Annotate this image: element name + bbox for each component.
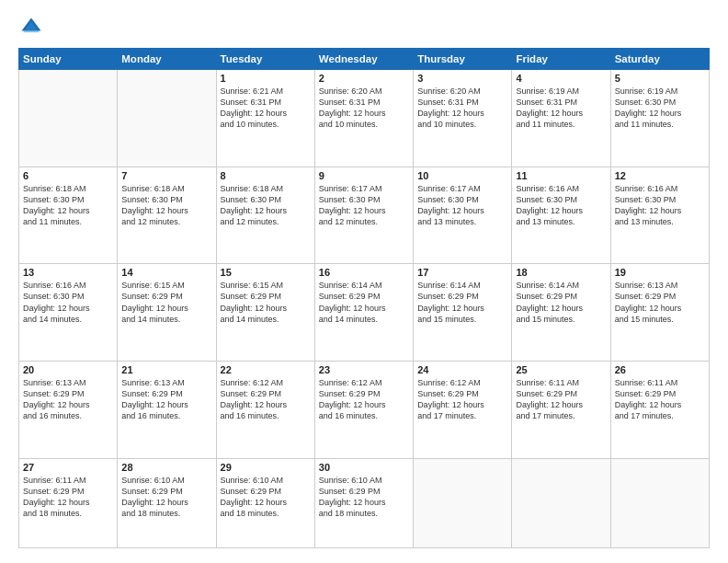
day-info: Sunrise: 6:18 AM Sunset: 6:30 PM Dayligh… — [121, 183, 211, 228]
day-info: Sunrise: 6:13 AM Sunset: 6:29 PM Dayligh… — [121, 377, 211, 422]
day-number: 19 — [615, 267, 705, 278]
calendar-cell — [610, 458, 709, 548]
calendar-cell: 22Sunrise: 6:12 AM Sunset: 6:29 PM Dayli… — [216, 361, 314, 458]
weekday-header-saturday: Saturday — [610, 49, 709, 70]
weekday-header-row: SundayMondayTuesdayWednesdayThursdayFrid… — [19, 49, 710, 70]
day-info: Sunrise: 6:13 AM Sunset: 6:29 PM Dayligh… — [615, 280, 705, 325]
calendar-cell: 9Sunrise: 6:17 AM Sunset: 6:30 PM Daylig… — [314, 167, 413, 264]
day-number: 10 — [417, 170, 507, 181]
day-info: Sunrise: 6:15 AM Sunset: 6:29 PM Dayligh… — [121, 280, 211, 325]
day-info: Sunrise: 6:17 AM Sunset: 6:30 PM Dayligh… — [319, 183, 409, 228]
day-number: 7 — [121, 170, 211, 181]
day-number: 23 — [319, 364, 409, 375]
weekday-header-tuesday: Tuesday — [216, 49, 314, 70]
calendar-cell: 20Sunrise: 6:13 AM Sunset: 6:29 PM Dayli… — [19, 361, 118, 458]
calendar-cell — [512, 458, 610, 548]
calendar-cell: 13Sunrise: 6:16 AM Sunset: 6:30 PM Dayli… — [19, 264, 118, 362]
day-info: Sunrise: 6:13 AM Sunset: 6:29 PM Dayligh… — [23, 377, 113, 422]
calendar-cell: 30Sunrise: 6:10 AM Sunset: 6:29 PM Dayli… — [314, 458, 413, 548]
weekday-header-thursday: Thursday — [414, 49, 512, 70]
day-number: 9 — [319, 170, 409, 181]
header — [18, 15, 710, 40]
day-number: 18 — [516, 267, 606, 278]
weekday-header-friday: Friday — [512, 49, 610, 70]
day-number: 22 — [221, 364, 311, 375]
calendar-cell: 18Sunrise: 6:14 AM Sunset: 6:29 PM Dayli… — [512, 264, 610, 362]
day-info: Sunrise: 6:17 AM Sunset: 6:30 PM Dayligh… — [417, 183, 507, 228]
day-number: 5 — [615, 73, 705, 84]
calendar-cell: 5Sunrise: 6:19 AM Sunset: 6:30 PM Daylig… — [610, 70, 709, 167]
day-info: Sunrise: 6:11 AM Sunset: 6:29 PM Dayligh… — [23, 475, 113, 520]
week-row-3: 13Sunrise: 6:16 AM Sunset: 6:30 PM Dayli… — [19, 264, 710, 362]
week-row-5: 27Sunrise: 6:11 AM Sunset: 6:29 PM Dayli… — [19, 458, 710, 548]
week-row-1: 1Sunrise: 6:21 AM Sunset: 6:31 PM Daylig… — [19, 70, 710, 167]
logo — [18, 15, 48, 40]
day-info: Sunrise: 6:20 AM Sunset: 6:31 PM Dayligh… — [319, 86, 409, 131]
calendar-cell: 21Sunrise: 6:13 AM Sunset: 6:29 PM Dayli… — [118, 361, 216, 458]
day-info: Sunrise: 6:20 AM Sunset: 6:31 PM Dayligh… — [417, 86, 507, 131]
day-info: Sunrise: 6:16 AM Sunset: 6:30 PM Dayligh… — [516, 183, 606, 228]
calendar-cell: 23Sunrise: 6:12 AM Sunset: 6:29 PM Dayli… — [314, 361, 413, 458]
calendar-cell: 6Sunrise: 6:18 AM Sunset: 6:30 PM Daylig… — [19, 167, 118, 264]
day-info: Sunrise: 6:12 AM Sunset: 6:29 PM Dayligh… — [221, 377, 311, 422]
weekday-header-sunday: Sunday — [19, 49, 118, 70]
calendar-cell: 1Sunrise: 6:21 AM Sunset: 6:31 PM Daylig… — [216, 70, 314, 167]
day-number: 6 — [23, 170, 113, 181]
day-number: 11 — [516, 170, 606, 181]
calendar-cell: 17Sunrise: 6:14 AM Sunset: 6:29 PM Dayli… — [414, 264, 512, 362]
week-row-4: 20Sunrise: 6:13 AM Sunset: 6:29 PM Dayli… — [19, 361, 710, 458]
day-info: Sunrise: 6:10 AM Sunset: 6:29 PM Dayligh… — [221, 475, 311, 520]
day-info: Sunrise: 6:19 AM Sunset: 6:30 PM Dayligh… — [615, 86, 705, 131]
calendar-cell — [414, 458, 512, 548]
calendar-cell: 19Sunrise: 6:13 AM Sunset: 6:29 PM Dayli… — [610, 264, 709, 362]
day-info: Sunrise: 6:10 AM Sunset: 6:29 PM Dayligh… — [319, 475, 409, 520]
calendar-cell: 16Sunrise: 6:14 AM Sunset: 6:29 PM Dayli… — [314, 264, 413, 362]
calendar-cell: 4Sunrise: 6:19 AM Sunset: 6:31 PM Daylig… — [512, 70, 610, 167]
weekday-header-monday: Monday — [118, 49, 216, 70]
weekday-header-wednesday: Wednesday — [314, 49, 413, 70]
day-info: Sunrise: 6:10 AM Sunset: 6:29 PM Dayligh… — [121, 475, 211, 520]
calendar-cell: 29Sunrise: 6:10 AM Sunset: 6:29 PM Dayli… — [216, 458, 314, 548]
day-info: Sunrise: 6:14 AM Sunset: 6:29 PM Dayligh… — [319, 280, 409, 325]
day-info: Sunrise: 6:11 AM Sunset: 6:29 PM Dayligh… — [615, 377, 705, 422]
calendar-cell — [118, 70, 216, 167]
calendar-cell: 26Sunrise: 6:11 AM Sunset: 6:29 PM Dayli… — [610, 361, 709, 458]
day-number: 17 — [417, 267, 507, 278]
day-info: Sunrise: 6:16 AM Sunset: 6:30 PM Dayligh… — [23, 280, 113, 325]
day-number: 4 — [516, 73, 606, 84]
day-number: 20 — [23, 364, 113, 375]
day-info: Sunrise: 6:16 AM Sunset: 6:30 PM Dayligh… — [615, 183, 705, 228]
week-row-2: 6Sunrise: 6:18 AM Sunset: 6:30 PM Daylig… — [19, 167, 710, 264]
calendar-cell: 24Sunrise: 6:12 AM Sunset: 6:29 PM Dayli… — [414, 361, 512, 458]
day-number: 29 — [221, 462, 311, 473]
day-info: Sunrise: 6:14 AM Sunset: 6:29 PM Dayligh… — [417, 280, 507, 325]
day-number: 30 — [319, 462, 409, 473]
day-number: 2 — [319, 73, 409, 84]
day-number: 25 — [516, 364, 606, 375]
calendar-cell: 2Sunrise: 6:20 AM Sunset: 6:31 PM Daylig… — [314, 70, 413, 167]
logo-icon — [18, 15, 44, 40]
calendar-cell — [19, 70, 118, 167]
calendar-cell: 11Sunrise: 6:16 AM Sunset: 6:30 PM Dayli… — [512, 167, 610, 264]
calendar-cell: 3Sunrise: 6:20 AM Sunset: 6:31 PM Daylig… — [414, 70, 512, 167]
day-number: 15 — [221, 267, 311, 278]
calendar-cell: 10Sunrise: 6:17 AM Sunset: 6:30 PM Dayli… — [414, 167, 512, 264]
day-number: 8 — [221, 170, 311, 181]
day-info: Sunrise: 6:15 AM Sunset: 6:29 PM Dayligh… — [221, 280, 311, 325]
calendar-cell: 28Sunrise: 6:10 AM Sunset: 6:29 PM Dayli… — [118, 458, 216, 548]
calendar-cell: 14Sunrise: 6:15 AM Sunset: 6:29 PM Dayli… — [118, 264, 216, 362]
day-number: 13 — [23, 267, 113, 278]
calendar-cell: 25Sunrise: 6:11 AM Sunset: 6:29 PM Dayli… — [512, 361, 610, 458]
day-number: 12 — [615, 170, 705, 181]
day-number: 1 — [221, 73, 311, 84]
calendar-cell: 8Sunrise: 6:18 AM Sunset: 6:30 PM Daylig… — [216, 167, 314, 264]
day-info: Sunrise: 6:19 AM Sunset: 6:31 PM Dayligh… — [516, 86, 606, 131]
day-info: Sunrise: 6:12 AM Sunset: 6:29 PM Dayligh… — [319, 377, 409, 422]
calendar: SundayMondayTuesdayWednesdayThursdayFrid… — [18, 48, 710, 548]
day-info: Sunrise: 6:12 AM Sunset: 6:29 PM Dayligh… — [417, 377, 507, 422]
day-info: Sunrise: 6:11 AM Sunset: 6:29 PM Dayligh… — [516, 377, 606, 422]
page: SundayMondayTuesdayWednesdayThursdayFrid… — [0, 0, 728, 563]
day-info: Sunrise: 6:18 AM Sunset: 6:30 PM Dayligh… — [221, 183, 311, 228]
day-info: Sunrise: 6:14 AM Sunset: 6:29 PM Dayligh… — [516, 280, 606, 325]
day-number: 28 — [121, 462, 211, 473]
